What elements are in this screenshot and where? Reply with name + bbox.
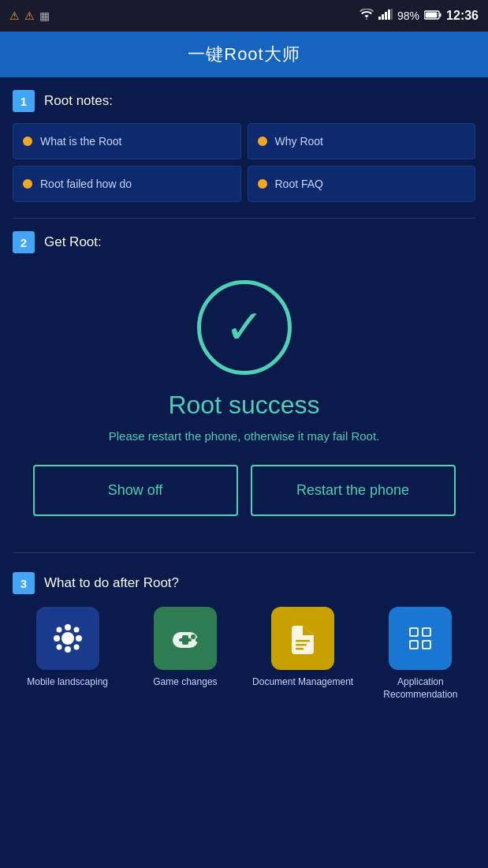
notes-grid: What is the Root Why Root Root failed ho…: [13, 123, 475, 202]
svg-point-9: [65, 624, 71, 630]
svg-rect-0: [378, 17, 381, 20]
divider-2: [13, 552, 475, 553]
svg-point-20: [191, 634, 196, 639]
section3: 3 What to do after Root?: [13, 572, 475, 701]
note-item-1[interactable]: What is the Root: [13, 123, 241, 159]
signal-icon: [378, 9, 393, 23]
status-time: 12:36: [446, 9, 479, 23]
note-text-4: Root FAQ: [275, 178, 323, 190]
app-icon-game-changes: [154, 607, 217, 670]
app-item-game-changes[interactable]: Game changes: [130, 607, 240, 701]
svg-rect-7: [426, 13, 438, 18]
battery-percent: 98%: [397, 9, 419, 22]
svg-point-12: [76, 635, 82, 642]
notification-icon: ▦: [39, 9, 50, 22]
root-success-subtitle: Please restart the phone, otherwise it m…: [93, 429, 396, 443]
note-dot-4: [258, 179, 267, 189]
note-text-1: What is the Root: [40, 135, 122, 148]
warning-icon-1: ⚠: [9, 9, 20, 22]
status-bar: ⚠ ⚠ ▦ 98%: [0, 0, 488, 32]
app-icon-mobile-landscaping: [36, 607, 99, 670]
battery-icon: [424, 9, 441, 23]
svg-rect-32: [423, 642, 430, 648]
restart-phone-button[interactable]: Restart the phone: [251, 465, 456, 516]
section2-label: Get Root:: [44, 234, 102, 250]
checkmark-icon: ✓: [225, 304, 264, 351]
note-dot-1: [23, 137, 32, 146]
app-label-application-recommendation: Application Recommendation: [366, 676, 475, 701]
root-success-title: Root success: [168, 391, 319, 420]
app-label-game-changes: Game changes: [153, 676, 217, 689]
section1-header: 1 Root notes:: [13, 90, 475, 112]
svg-rect-4: [391, 9, 393, 20]
app-title: 一键Root大师: [188, 44, 300, 64]
app-label-mobile-landscaping: Mobile landscaping: [27, 676, 108, 689]
note-text-2: Why Root: [275, 135, 323, 148]
svg-point-11: [54, 635, 60, 642]
note-dot-3: [23, 179, 32, 189]
svg-point-21: [196, 638, 200, 642]
svg-point-14: [73, 627, 79, 633]
svg-rect-19: [179, 638, 192, 642]
warning-icon-2: ⚠: [24, 9, 35, 22]
svg-point-16: [73, 645, 79, 650]
svg-rect-2: [385, 12, 387, 20]
check-circle: ✓: [197, 280, 292, 375]
main-content: 1 Root notes: What is the Root Why Root …: [0, 77, 488, 713]
note-item-3[interactable]: Root failed how do: [13, 166, 241, 202]
divider-1: [13, 218, 475, 219]
svg-point-8: [61, 632, 74, 645]
section1-label: Root notes:: [44, 93, 113, 109]
wifi-icon: [359, 9, 374, 23]
section2-header: 2 Get Root:: [13, 231, 475, 253]
svg-rect-29: [411, 629, 417, 635]
apps-grid: Mobile landscaping Game changes: [13, 607, 475, 701]
svg-rect-22: [296, 640, 310, 642]
app-icon-document-management: [271, 607, 334, 670]
section3-header: 3 What to do after Root?: [13, 572, 475, 594]
action-buttons: Show off Restart the phone: [13, 465, 475, 516]
note-item-4[interactable]: Root FAQ: [248, 166, 476, 202]
svg-rect-30: [423, 629, 430, 635]
app-icon-application-recommendation: [389, 607, 452, 670]
svg-rect-31: [411, 642, 417, 648]
svg-rect-1: [382, 14, 384, 20]
section1-number: 1: [13, 90, 35, 112]
note-dot-2: [258, 137, 267, 146]
section3-label: What to do after Root?: [44, 575, 179, 591]
show-off-button[interactable]: Show off: [33, 465, 238, 516]
app-header: 一键Root大师: [0, 32, 488, 77]
svg-point-15: [56, 645, 61, 650]
svg-rect-23: [296, 644, 307, 646]
svg-rect-24: [296, 648, 304, 650]
svg-rect-3: [388, 9, 390, 20]
app-item-application-recommendation[interactable]: Application Recommendation: [366, 607, 475, 701]
app-item-mobile-landscaping[interactable]: Mobile landscaping: [13, 607, 122, 701]
svg-rect-6: [440, 13, 441, 17]
svg-point-10: [65, 646, 71, 653]
app-item-document-management[interactable]: Document Management: [248, 607, 358, 701]
root-success-area: ✓ Root success Please restart the phone,…: [13, 264, 475, 540]
svg-point-13: [56, 627, 61, 633]
section3-number: 3: [13, 572, 35, 594]
app-label-document-management: Document Management: [252, 676, 353, 689]
note-item-2[interactable]: Why Root: [248, 123, 476, 159]
note-text-3: Root failed how do: [40, 178, 132, 190]
section2-number: 2: [13, 231, 35, 253]
